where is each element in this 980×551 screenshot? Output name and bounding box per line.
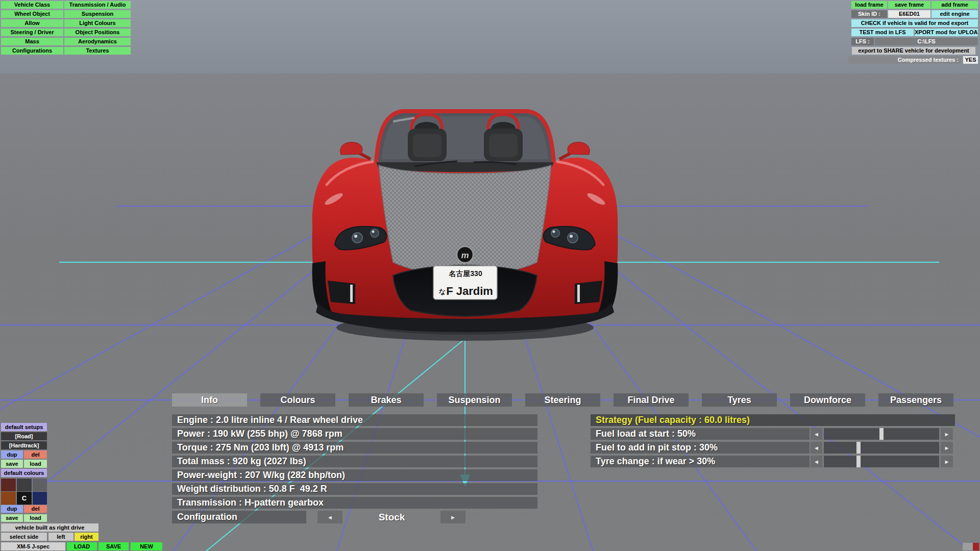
plate-region-text: 名古屋330	[448, 269, 482, 278]
tyre-change-dec-button[interactable]: ◄	[811, 456, 822, 467]
colour-del-button[interactable]: del	[24, 505, 47, 513]
tab-steering[interactable]: Steering	[525, 393, 600, 407]
license-plate: 名古屋330 な F Jardim	[433, 266, 497, 299]
arrow-left-icon: ◄	[814, 431, 819, 437]
side-left-button[interactable]: left	[48, 533, 74, 541]
car-cockpit	[376, 111, 554, 162]
tyre-change-label: Tyre change : if wear > 30%	[591, 456, 810, 467]
arrow-right-icon: ►	[944, 445, 950, 451]
configuration-next-button[interactable]: ►	[440, 511, 465, 523]
mirror-left	[340, 142, 371, 159]
menu-transmission-audio[interactable]: Transmission / Audio	[64, 1, 131, 9]
menu-wheel-object[interactable]: Wheel Object	[1, 10, 63, 18]
menu-textures[interactable]: Textures	[64, 47, 131, 55]
plate-name-text: F Jardim	[446, 285, 493, 297]
setup-dup-button[interactable]: dup	[1, 450, 23, 459]
slider-handle[interactable]	[856, 442, 861, 454]
colour-save-button[interactable]: save	[1, 514, 23, 522]
car-render[interactable]: m 名古屋330 な F Jardim	[286, 87, 643, 352]
side-right-button[interactable]: right	[75, 533, 99, 541]
colour-swatch[interactable]	[1, 492, 16, 505]
vehicle-load-button[interactable]: LOAD	[67, 542, 97, 550]
configuration-prev-button[interactable]: ◄	[317, 511, 342, 523]
tab-final-drive[interactable]: Final Drive	[614, 393, 689, 407]
tab-suspension[interactable]: Suspension	[437, 393, 512, 407]
menu-allow[interactable]: Allow	[1, 19, 63, 27]
colour-swatch[interactable]	[17, 479, 32, 491]
setup-item-hardtrack[interactable]: [Hardtrack]	[1, 441, 47, 449]
info-row-engine: Engine : 2.0 litre inline 4 / Rear wheel…	[172, 414, 537, 426]
skin-id-field[interactable]: E6ED01	[888, 10, 930, 18]
arrow-left-icon: ◄	[814, 445, 819, 451]
menu-configurations[interactable]: Configurations	[1, 47, 63, 55]
lfs-label: LFS :	[851, 38, 874, 45]
check-vehicle-button[interactable]: CHECK if vehicle is valid for mod export	[851, 19, 978, 27]
export-mod-button[interactable]: EXPORT mod for UPLOAD	[915, 29, 978, 36]
menu-steering-driver[interactable]: Steering / Driver	[1, 29, 63, 36]
bumper-vent-right	[575, 281, 602, 304]
edit-engine-button[interactable]: edit engine	[932, 10, 978, 18]
tab-colours[interactable]: Colours	[260, 393, 335, 407]
mini-scrollbar[interactable]	[963, 543, 979, 550]
colour-swatch[interactable]	[33, 479, 47, 491]
colour-swatch-current[interactable]: C	[17, 492, 32, 505]
share-vehicle-button[interactable]: export to SHARE vehicle for development	[852, 47, 975, 55]
setup-item-road[interactable]: [Road]	[1, 432, 47, 440]
pit-fuel-dec-button[interactable]: ◄	[811, 442, 822, 454]
tab-info[interactable]: Info	[172, 393, 247, 407]
setup-load-button[interactable]: load	[24, 460, 47, 468]
vehicle-save-button[interactable]: SAVE	[99, 542, 129, 550]
menu-light-colours[interactable]: Light Colours	[64, 19, 131, 27]
tab-downforce[interactable]: Downforce	[790, 393, 865, 407]
tab-passengers[interactable]: Passengers	[878, 393, 953, 407]
colour-swatch[interactable]	[33, 492, 47, 505]
arrow-right-icon: ►	[944, 431, 950, 437]
slider-handle[interactable]	[879, 428, 884, 440]
info-row-transmission: Transmission : H-pattern gearbox	[172, 497, 537, 509]
configuration-label: Configuration	[172, 511, 306, 523]
sky-background	[0, 0, 980, 73]
menu-suspension[interactable]: Suspension	[64, 10, 131, 18]
skin-id-label: Skin ID :	[851, 10, 887, 18]
tyre-change-inc-button[interactable]: ►	[941, 456, 953, 467]
save-frame-button[interactable]: save frame	[888, 1, 930, 9]
vehicle-new-button[interactable]: NEW	[131, 542, 162, 550]
info-row-weight-distribution: Weight distribution : 50.8 F 49.2 R	[172, 483, 537, 495]
colour-dup-button[interactable]: dup	[1, 505, 23, 513]
lfs-path-field[interactable]: C:\LFS	[875, 38, 978, 45]
load-frame-button[interactable]: load frame	[851, 1, 887, 9]
pit-fuel-slider[interactable]	[824, 442, 939, 454]
info-row-power: Power : 190 kW (255 bhp) @ 7868 rpm	[172, 428, 537, 440]
test-mod-button[interactable]: TEST mod in LFS	[851, 29, 914, 36]
fuel-load-dec-button[interactable]: ◄	[811, 428, 822, 440]
info-row-power-weight: Power-weight : 207 W/kg (282 bhp/ton)	[172, 469, 537, 481]
tab-tyres[interactable]: Tyres	[702, 393, 777, 407]
arrow-left-icon: ◄	[814, 459, 819, 465]
brand-badge-icon: m	[457, 246, 473, 263]
pit-fuel-inc-button[interactable]: ►	[941, 442, 953, 454]
menu-aerodynamics[interactable]: Aerodynamics	[64, 38, 131, 45]
menu-object-positions[interactable]: Object Positions	[64, 29, 131, 36]
drive-side-note: vehicle built as right drive	[1, 523, 99, 532]
default-colours-button[interactable]: default colours	[1, 469, 47, 477]
compressed-textures-toggle[interactable]: YES	[963, 56, 978, 64]
fuel-load-inc-button[interactable]: ►	[941, 428, 953, 440]
setup-del-button[interactable]: del	[24, 450, 47, 459]
colour-swatch[interactable]	[1, 479, 16, 491]
vehicle-name-field[interactable]: XM-5 J-spec	[1, 542, 65, 550]
fuel-load-slider[interactable]	[824, 428, 939, 440]
tyre-change-slider[interactable]	[824, 456, 939, 467]
plate-kana-text: な	[439, 288, 446, 295]
strategy-header: Strategy (Fuel capacity : 60.0 litres)	[591, 414, 955, 426]
compressed-textures-label: Compressed textures :	[848, 56, 962, 64]
menu-mass[interactable]: Mass	[1, 38, 63, 45]
bumper-vent-left	[328, 281, 355, 304]
default-setups-button[interactable]: default setups	[1, 423, 47, 431]
mini-scrollbar-handle[interactable]	[973, 543, 979, 550]
setup-save-button[interactable]: save	[1, 460, 23, 468]
colour-load-button[interactable]: load	[24, 514, 47, 522]
add-frame-button[interactable]: add frame	[932, 1, 978, 9]
menu-vehicle-class[interactable]: Vehicle Class	[1, 1, 63, 9]
slider-handle[interactable]	[856, 456, 861, 467]
tab-brakes[interactable]: Brakes	[349, 393, 424, 407]
